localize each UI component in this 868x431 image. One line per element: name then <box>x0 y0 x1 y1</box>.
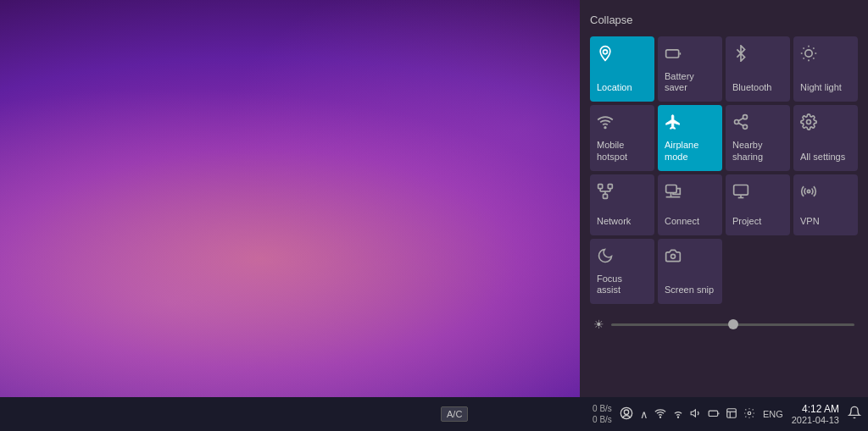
upload-speed: 0 B/s <box>593 403 612 414</box>
tile-focus-assist[interactable]: Focus assist <box>590 239 654 304</box>
project-icon <box>732 183 749 204</box>
tile-nearby-sharing[interactable]: Nearby sharing <box>726 105 790 170</box>
download-speed: 0 B/s <box>593 414 612 425</box>
tile-bluetooth-label: Bluetooth <box>732 82 771 93</box>
tile-project[interactable]: Project <box>726 174 790 235</box>
airplane-icon <box>665 113 682 135</box>
svg-rect-39 <box>727 408 737 417</box>
tile-project-label: Project <box>732 216 761 227</box>
tile-screen-snip-label: Screen snip <box>665 285 714 296</box>
tray-volume[interactable] <box>687 407 704 422</box>
svg-rect-18 <box>598 184 603 188</box>
vpn-icon <box>800 183 817 204</box>
network-icon <box>597 183 614 204</box>
tile-network-label: Network <box>597 216 631 227</box>
collapse-button[interactable]: Collapse <box>590 14 858 26</box>
tile-nearby-sharing-label: Nearby sharing <box>732 140 783 162</box>
bluetooth-icon <box>732 45 749 66</box>
brightness-icon: ☀ <box>593 318 604 331</box>
tile-mobile-hotspot-label: Mobile hotspot <box>597 140 648 162</box>
tray-battery[interactable] <box>705 407 722 422</box>
desktop: Collapse Location <box>0 0 868 431</box>
tile-connect[interactable]: Connect <box>658 174 722 235</box>
tray-expand[interactable]: ∧ <box>637 408 651 421</box>
taskbar: A/C 0 B/s 0 B/s ∧ <box>0 397 868 431</box>
mobile-hotspot-icon <box>597 113 614 135</box>
language-label: ENG <box>763 409 783 419</box>
svg-line-15 <box>738 124 743 126</box>
svg-point-13 <box>735 120 739 124</box>
tile-night-light-label: Night light <box>800 82 842 93</box>
all-settings-icon <box>800 113 817 135</box>
collapse-label: Collapse <box>590 14 633 26</box>
clock-date: 2021-04-13 <box>792 415 839 425</box>
svg-line-10 <box>813 48 814 49</box>
svg-rect-38 <box>709 411 718 416</box>
tile-location-label: Location <box>597 82 632 93</box>
tray-misc1[interactable] <box>723 407 740 422</box>
tile-bluetooth[interactable]: Bluetooth <box>726 36 790 102</box>
tile-focus-assist-label: Focus assist <box>597 274 648 296</box>
svg-point-35 <box>659 417 660 417</box>
tile-all-settings[interactable]: All settings <box>793 105 858 170</box>
svg-rect-28 <box>734 185 748 195</box>
tile-airplane-mode[interactable]: Airplane mode <box>658 105 722 170</box>
user-icon[interactable] <box>617 406 636 423</box>
svg-point-32 <box>671 254 676 258</box>
svg-point-14 <box>743 125 748 130</box>
svg-rect-25 <box>666 185 677 192</box>
svg-point-2 <box>805 50 812 57</box>
tile-mobile-hotspot[interactable]: Mobile hotspot <box>590 105 654 170</box>
tile-vpn[interactable]: VPN <box>793 174 858 235</box>
tile-connect-label: Connect <box>665 216 699 227</box>
network-speed: 0 B/s 0 B/s <box>589 403 615 425</box>
svg-point-34 <box>624 410 628 414</box>
tray-wifi[interactable] <box>670 407 687 422</box>
tile-night-light[interactable]: Night light <box>793 36 858 102</box>
svg-rect-1 <box>666 50 679 58</box>
svg-line-6 <box>813 58 814 58</box>
svg-point-11 <box>604 127 606 129</box>
svg-point-17 <box>807 120 811 124</box>
svg-point-12 <box>743 115 748 119</box>
tiles-grid: Location Battery saver <box>590 36 858 304</box>
system-tray: ∧ <box>637 407 758 422</box>
svg-line-9 <box>804 58 804 58</box>
svg-point-31 <box>807 190 810 192</box>
tile-all-settings-label: All settings <box>800 152 845 163</box>
focus-assist-icon <box>597 247 614 268</box>
svg-marker-37 <box>691 409 695 416</box>
svg-rect-19 <box>608 184 612 188</box>
notification-icon[interactable] <box>844 406 865 423</box>
language-indicator[interactable]: ENG <box>760 409 787 419</box>
battery-icon <box>665 45 682 66</box>
ac-button[interactable]: A/C <box>441 406 468 422</box>
svg-point-42 <box>748 412 751 415</box>
action-center: Collapse Location <box>580 0 868 397</box>
svg-line-5 <box>804 48 804 49</box>
svg-point-36 <box>677 417 678 417</box>
clock-time: 4:12 AM <box>802 403 839 415</box>
tile-vpn-label: VPN <box>800 216 820 227</box>
svg-line-16 <box>738 119 743 121</box>
connect-icon <box>665 183 682 204</box>
tile-battery-saver[interactable]: Battery saver <box>658 36 722 102</box>
tile-airplane-mode-label: Airplane mode <box>665 140 715 162</box>
clock-area[interactable]: 4:12 AM 2021-04-13 <box>788 403 843 425</box>
location-icon <box>597 45 614 66</box>
brightness-row: ☀ <box>590 311 858 338</box>
nearby-sharing-icon <box>732 113 749 135</box>
svg-point-0 <box>604 50 608 54</box>
tray-network[interactable] <box>652 407 669 422</box>
tile-screen-snip[interactable]: Screen snip <box>658 239 722 304</box>
tile-location[interactable]: Location <box>590 36 654 102</box>
tile-battery-saver-label: Battery saver <box>665 71 715 93</box>
brightness-slider[interactable] <box>611 323 854 326</box>
screen-snip-icon <box>665 247 682 268</box>
svg-rect-20 <box>604 194 608 198</box>
night-light-icon <box>800 45 817 66</box>
tile-network[interactable]: Network <box>590 174 654 235</box>
tray-misc2[interactable] <box>741 407 758 422</box>
